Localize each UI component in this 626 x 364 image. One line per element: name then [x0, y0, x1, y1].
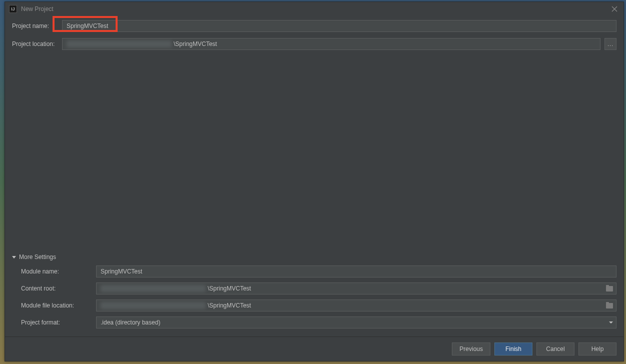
project-location-row: Project location: \SpringMVCTest ...	[12, 38, 616, 50]
module-file-loc-suffix: \SpringMVCTest	[208, 302, 604, 309]
module-name-label: Module name:	[21, 268, 96, 275]
project-format-row: Project format: .idea (directory based)	[21, 316, 616, 328]
finish-button[interactable]: Finish	[494, 342, 532, 356]
app-icon: IJ	[9, 5, 17, 13]
previous-button[interactable]: Previous	[452, 342, 490, 356]
window-title: New Project	[21, 6, 605, 12]
more-settings-toggle[interactable]: More Settings	[12, 254, 616, 260]
content-root-suffix: \SpringMVCTest	[208, 285, 604, 292]
content-root-label: Content root:	[21, 285, 96, 292]
more-settings-label: More Settings	[19, 254, 56, 260]
button-bar: Previous Finish Cancel Help	[5, 337, 623, 361]
project-format-select[interactable]: .idea (directory based)	[96, 316, 616, 328]
help-button[interactable]: Help	[578, 342, 616, 356]
more-settings-group: Module name: Content root: \SpringMVCTes…	[12, 266, 616, 334]
chevron-down-icon	[12, 256, 16, 258]
module-name-input[interactable]	[96, 266, 616, 278]
redacted-path-segment	[101, 285, 206, 292]
titlebar: IJ New Project	[5, 2, 623, 16]
project-name-row: Project name:	[12, 20, 616, 32]
redacted-path-segment	[101, 302, 206, 309]
chevron-down-icon	[609, 322, 613, 324]
project-name-input[interactable]	[62, 20, 616, 32]
folder-icon[interactable]	[606, 286, 613, 292]
project-format-value: .idea (directory based)	[101, 319, 609, 326]
new-project-dialog: IJ New Project Project name: Project loc…	[5, 2, 624, 362]
redacted-path-segment	[67, 40, 172, 48]
content-root-input[interactable]: \SpringMVCTest	[96, 282, 616, 294]
dialog-content: Project name: Project location: \SpringM…	[5, 16, 623, 337]
project-name-label: Project name:	[12, 22, 62, 30]
project-location-suffix: \SpringMVCTest	[174, 40, 597, 48]
browse-location-button[interactable]: ...	[604, 38, 616, 50]
content-root-row: Content root: \SpringMVCTest	[21, 282, 616, 294]
folder-icon[interactable]	[606, 303, 613, 308]
content-spacer	[12, 56, 616, 254]
module-file-loc-input[interactable]: \SpringMVCTest	[96, 300, 616, 312]
project-location-label: Project location:	[12, 40, 62, 48]
cancel-button[interactable]: Cancel	[536, 342, 574, 356]
module-file-loc-label: Module file location:	[21, 302, 96, 309]
project-location-input[interactable]: \SpringMVCTest	[62, 38, 600, 50]
module-name-row: Module name:	[21, 266, 616, 278]
module-file-loc-row: Module file location: \SpringMVCTest	[21, 300, 616, 312]
project-format-label: Project format:	[21, 319, 96, 326]
close-icon[interactable]	[609, 4, 619, 14]
